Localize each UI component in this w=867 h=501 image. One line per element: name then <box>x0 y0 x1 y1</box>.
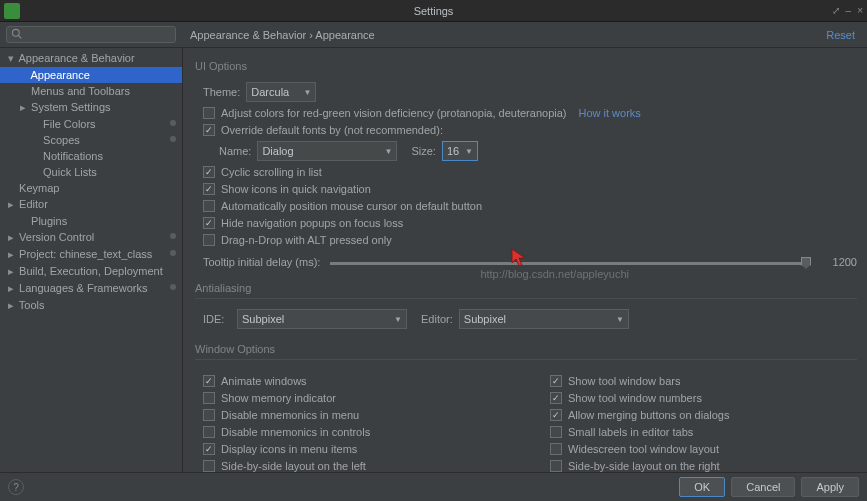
tree-item[interactable]: ▸ Project: chinese_text_class <box>0 246 182 263</box>
checkbox[interactable] <box>203 392 215 404</box>
apply-button[interactable]: Apply <box>801 477 859 497</box>
aa-ide-label: IDE: <box>203 313 231 325</box>
chevron-down-icon: ▼ <box>616 315 624 324</box>
checkbox[interactable] <box>550 375 562 387</box>
checkbox[interactable] <box>550 409 562 421</box>
search-field[interactable] <box>6 26 176 43</box>
chevron-down-icon: ▼ <box>303 88 311 97</box>
search-icon <box>11 28 22 41</box>
cursor-pointer-icon <box>510 247 528 269</box>
tree-item[interactable]: ▾ Appearance & Behavior <box>0 50 182 67</box>
theme-select[interactable]: Darcula▼ <box>246 82 316 102</box>
reset-link[interactable]: Reset <box>826 29 855 41</box>
hide-nav-checkbox[interactable] <box>203 217 215 229</box>
how-it-works-link[interactable]: How it works <box>578 107 640 119</box>
svg-point-0 <box>12 29 19 36</box>
close-icon[interactable]: × <box>857 5 863 16</box>
svg-line-1 <box>19 36 22 39</box>
tree-item[interactable]: Notifications <box>0 148 182 164</box>
settings-tree[interactable]: ▾ Appearance & Behavior Appearance Menus… <box>0 48 183 472</box>
titlebar: Settings ⤢ – × <box>0 0 867 22</box>
settings-content: UI Options Theme: Darcula▼ Adjust colors… <box>183 48 867 472</box>
pin-icon[interactable]: ⤢ <box>832 5 840 16</box>
tree-item[interactable]: Menus and Toolbars <box>0 83 182 99</box>
search-input[interactable] <box>26 29 171 41</box>
font-name-label: Name: <box>219 145 251 157</box>
checkbox[interactable] <box>550 443 562 455</box>
chevron-down-icon: ▼ <box>384 147 392 156</box>
checkbox[interactable] <box>203 375 215 387</box>
tooltip-delay-slider[interactable]: http://blog.csdn.net/appleyuchi <box>330 262 811 265</box>
override-fonts-label: Override default fonts by (not recommend… <box>221 124 443 136</box>
checkbox[interactable] <box>550 392 562 404</box>
checkbox[interactable] <box>550 426 562 438</box>
tree-item[interactable]: Keymap <box>0 180 182 196</box>
cyclic-scrolling-checkbox[interactable] <box>203 166 215 178</box>
checkbox[interactable] <box>203 443 215 455</box>
override-fonts-checkbox[interactable] <box>203 124 215 136</box>
tooltip-delay-value: 1200 <box>821 256 857 268</box>
section-window-options: Window Options <box>195 343 857 360</box>
watermark-text: http://blog.csdn.net/appleyuchi <box>480 268 629 280</box>
adjust-colors-label: Adjust colors for red-green vision defic… <box>221 107 566 119</box>
checkbox[interactable] <box>203 409 215 421</box>
window-title: Settings <box>414 5 454 17</box>
checkbox[interactable] <box>550 460 562 472</box>
tree-item[interactable]: Plugins <box>0 213 182 229</box>
tree-item[interactable]: ▸ Tools <box>0 297 182 314</box>
font-size-select[interactable]: 16▼ <box>442 141 478 161</box>
help-icon[interactable]: ? <box>8 479 24 495</box>
show-icons-checkbox[interactable] <box>203 183 215 195</box>
tree-item[interactable]: ▸ System Settings <box>0 99 182 116</box>
toolbar: Appearance & Behavior › Appearance Reset <box>0 22 867 48</box>
ok-button[interactable]: OK <box>679 477 725 497</box>
drag-alt-checkbox[interactable] <box>203 234 215 246</box>
font-name-select[interactable]: Dialog▼ <box>257 141 397 161</box>
window-controls: ⤢ – × <box>832 5 863 16</box>
aa-editor-label: Editor: <box>421 313 453 325</box>
slider-knob[interactable] <box>801 257 811 269</box>
minimize-icon[interactable]: – <box>846 5 852 16</box>
tooltip-delay-label: Tooltip initial delay (ms): <box>203 256 320 268</box>
tree-item[interactable]: File Colors <box>0 116 182 132</box>
aa-ide-select[interactable]: Subpixel▼ <box>237 309 407 329</box>
aa-editor-select[interactable]: Subpixel▼ <box>459 309 629 329</box>
auto-position-checkbox[interactable] <box>203 200 215 212</box>
chevron-down-icon: ▼ <box>394 315 402 324</box>
adjust-colors-checkbox[interactable] <box>203 107 215 119</box>
tree-item[interactable]: Scopes <box>0 132 182 148</box>
checkbox[interactable] <box>203 426 215 438</box>
tree-item[interactable]: Quick Lists <box>0 164 182 180</box>
breadcrumb: Appearance & Behavior › Appearance <box>190 29 375 41</box>
chevron-down-icon: ▼ <box>465 147 473 156</box>
tree-item[interactable]: ▸ Editor <box>0 196 182 213</box>
theme-label: Theme: <box>203 86 240 98</box>
app-icon <box>4 3 20 19</box>
section-ui-options: UI Options <box>195 60 857 72</box>
tree-item[interactable]: Appearance <box>0 67 182 83</box>
tree-item[interactable]: ▸ Build, Execution, Deployment <box>0 263 182 280</box>
dialog-footer: ? OK Cancel Apply <box>0 472 867 501</box>
section-antialiasing: Antialiasing <box>195 282 857 299</box>
checkbox[interactable] <box>203 460 215 472</box>
tree-item[interactable]: ▸ Languages & Frameworks <box>0 280 182 297</box>
font-size-label: Size: <box>411 145 435 157</box>
cancel-button[interactable]: Cancel <box>731 477 795 497</box>
tree-item[interactable]: ▸ Version Control <box>0 229 182 246</box>
